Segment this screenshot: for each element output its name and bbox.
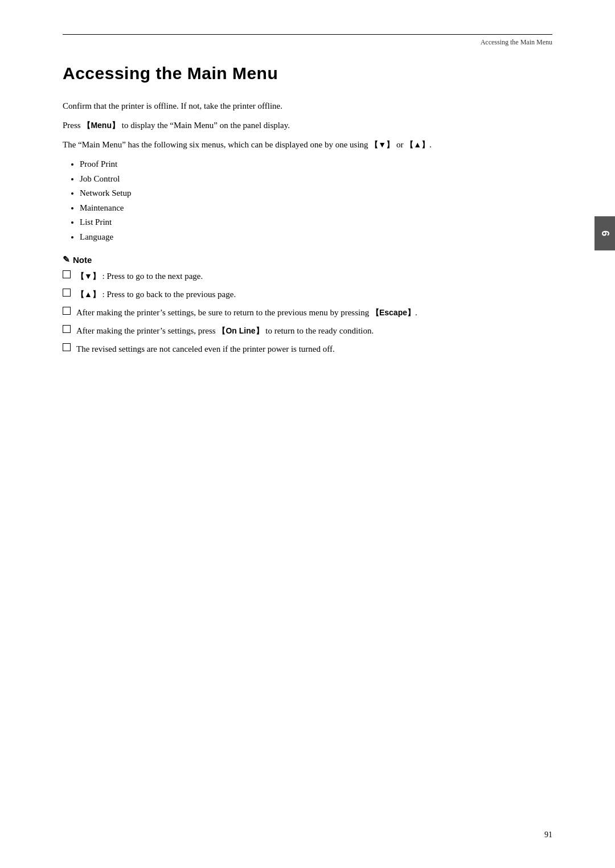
sidebar-tab-label: 6 xyxy=(599,231,611,236)
note-item-5: The revised settings are not canceled ev… xyxy=(63,342,552,356)
menu-list: Proof Print Job Control Network Setup Ma… xyxy=(80,157,552,244)
paragraph-1: Confirm that the printer is offline. If … xyxy=(63,99,552,113)
note-section: ✎ Note 【▼】 : Press to go to the next pag… xyxy=(63,254,552,356)
checkbox-icon xyxy=(63,325,71,333)
list-item: Network Setup xyxy=(80,186,552,201)
menu-key: 【Menu】 xyxy=(83,121,120,130)
escape-key: 【Escape】 xyxy=(371,308,415,317)
paragraph-3: The “Main Menu” has the following six me… xyxy=(63,138,552,151)
list-item: List Print xyxy=(80,215,552,230)
note-item-1: 【▼】 : Press to go to the next page. xyxy=(63,269,552,283)
note-icon: ✎ xyxy=(63,254,70,265)
list-item: Proof Print xyxy=(80,157,552,172)
header-rule xyxy=(63,34,552,35)
down-bracket-key: 【▼】 xyxy=(76,271,100,281)
note-title: ✎ Note xyxy=(63,254,552,265)
checkbox-icon xyxy=(63,343,71,351)
page-container: Accessing the Main Menu Accessing the Ma… xyxy=(0,0,615,868)
note-item-4: After making the printer’s settings, pre… xyxy=(63,324,552,338)
checkbox-icon xyxy=(63,289,71,297)
up-key: 【▲】 xyxy=(405,140,429,149)
note-item-3: After making the printer’s settings, be … xyxy=(63,306,552,319)
page-number: 91 xyxy=(544,830,552,840)
list-item: Maintenance xyxy=(80,201,552,216)
checkbox-icon xyxy=(63,270,71,278)
sidebar-tab: 6 xyxy=(594,216,615,250)
online-key: 【On Line】 xyxy=(218,326,263,335)
chapter-title: Accessing the Main Menu xyxy=(63,64,552,83)
list-item: Language xyxy=(80,230,552,245)
down-key: 【▼】 xyxy=(370,140,394,149)
paragraph-2: Press 【Menu】 to display the “Main Menu” … xyxy=(63,118,552,132)
note-item-2: 【▲】 : Press to go back to the previous p… xyxy=(63,287,552,301)
list-item: Job Control xyxy=(80,172,552,187)
up-bracket-key: 【▲】 xyxy=(76,290,100,299)
checkbox-icon xyxy=(63,307,71,315)
header-title: Accessing the Main Menu xyxy=(63,38,552,47)
